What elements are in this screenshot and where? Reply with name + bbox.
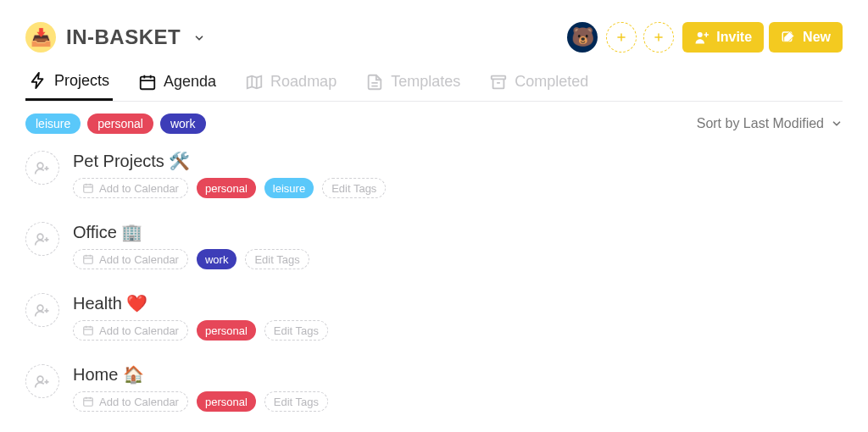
tab-label: Templates: [391, 73, 460, 91]
new-button[interactable]: New: [769, 22, 843, 53]
add-user-icon: [34, 159, 51, 176]
add-to-calendar-label: Add to Calendar: [99, 396, 179, 408]
assign-user-button[interactable]: [25, 293, 59, 327]
add-to-calendar-button[interactable]: Add to Calendar: [73, 249, 188, 269]
add-collaborator-2-button[interactable]: [643, 22, 674, 53]
edit-tags-button[interactable]: Edit Tags: [264, 320, 328, 341]
workspace-icon[interactable]: 📥: [25, 22, 56, 53]
svg-point-0: [698, 32, 703, 37]
user-avatar[interactable]: 🐻: [567, 22, 598, 53]
invite-button-label: Invite: [716, 30, 752, 45]
svg-rect-11: [84, 398, 93, 406]
assign-user-button[interactable]: [25, 364, 59, 398]
assign-user-button[interactable]: [25, 222, 59, 256]
project-body: Pet Projects 🛠️Add to Calendarpersonalle…: [73, 151, 843, 198]
add-to-calendar-label: Add to Calendar: [99, 324, 179, 337]
calendar-icon: [82, 324, 94, 336]
svg-rect-3: [492, 75, 506, 79]
project-item: Pet Projects 🛠️Add to Calendarpersonalle…: [25, 151, 843, 198]
project-meta: Add to CalendarpersonalleisureEdit Tags: [73, 178, 843, 198]
tab-label: Agenda: [164, 73, 216, 91]
chevron-down-icon: [193, 32, 205, 47]
lightning-icon: [29, 71, 47, 90]
add-user-icon: [34, 302, 51, 318]
tab-roadmap[interactable]: Roadmap: [242, 63, 340, 101]
project-meta: Add to CalendarpersonalEdit Tags: [73, 320, 843, 341]
project-meta: Add to CalendarpersonalEdit Tags: [73, 391, 843, 412]
add-to-calendar-button[interactable]: Add to Calendar: [73, 178, 188, 198]
svg-rect-9: [84, 327, 93, 335]
project-tag-personal[interactable]: personal: [197, 391, 256, 412]
workspace-title-text: IN-BASKET: [66, 25, 181, 48]
svg-point-8: [37, 305, 43, 311]
filter-tag-work[interactable]: work: [160, 114, 206, 134]
new-button-label: New: [803, 30, 831, 45]
assign-user-button[interactable]: [25, 151, 59, 185]
tab-templates[interactable]: Templates: [362, 63, 464, 101]
project-meta: Add to CalendarworkEdit Tags: [73, 249, 843, 269]
calendar-icon: [82, 396, 94, 407]
project-body: Home 🏠Add to CalendarpersonalEdit Tags: [73, 364, 843, 412]
tab-label: Projects: [54, 72, 109, 90]
edit-tags-button[interactable]: Edit Tags: [264, 391, 328, 412]
calendar-icon: [82, 253, 94, 265]
project-body: Health ❤️Add to CalendarpersonalEdit Tag…: [73, 293, 843, 341]
filter-tag-personal[interactable]: personal: [87, 114, 153, 134]
project-item: Home 🏠Add to CalendarpersonalEdit Tags: [25, 364, 843, 412]
project-item: Health ❤️Add to CalendarpersonalEdit Tag…: [25, 293, 843, 341]
project-body: Office 🏢Add to CalendarworkEdit Tags: [73, 222, 843, 269]
header: 📥 IN-BASKET 🐻 Invite N: [25, 17, 843, 58]
sort-button[interactable]: Sort by Last Modified: [697, 116, 843, 131]
map-icon: [245, 73, 264, 91]
add-user-icon: [694, 30, 709, 45]
filter-row: leisure personal work Sort by Last Modif…: [25, 114, 843, 134]
edit-tags-button[interactable]: Edit Tags: [322, 178, 386, 198]
svg-rect-2: [141, 76, 155, 89]
add-to-calendar-button[interactable]: Add to Calendar: [73, 391, 188, 412]
project-tag-personal[interactable]: personal: [197, 320, 256, 341]
invite-button[interactable]: Invite: [682, 22, 764, 53]
add-collaborator-1-button[interactable]: [606, 22, 637, 53]
compose-icon: [781, 30, 796, 45]
workspace-emoji: 📥: [31, 27, 52, 47]
archive-icon: [489, 73, 508, 91]
add-user-icon: [34, 373, 51, 390]
svg-point-4: [37, 163, 43, 169]
calendar-icon: [82, 182, 94, 194]
filter-tag-leisure[interactable]: leisure: [25, 114, 81, 134]
svg-point-6: [37, 234, 43, 240]
tab-projects[interactable]: Projects: [25, 63, 113, 101]
project-tag-leisure[interactable]: leisure: [264, 178, 314, 198]
project-item: Office 🏢Add to CalendarworkEdit Tags: [25, 222, 843, 269]
chevron-down-icon: [831, 118, 843, 130]
tab-label: Roadmap: [270, 73, 337, 91]
tab-label: Completed: [515, 73, 588, 91]
add-to-calendar-label: Add to Calendar: [99, 253, 179, 266]
tab-agenda[interactable]: Agenda: [135, 63, 220, 101]
svg-point-10: [37, 376, 43, 382]
svg-rect-7: [84, 256, 93, 263]
project-tag-work[interactable]: work: [197, 249, 236, 269]
tab-completed[interactable]: Completed: [486, 63, 592, 101]
project-title[interactable]: Health ❤️: [73, 293, 843, 313]
project-tag-personal[interactable]: personal: [197, 178, 256, 198]
add-user-icon: [34, 230, 51, 247]
add-to-calendar-button[interactable]: Add to Calendar: [73, 320, 188, 341]
calendar-icon: [138, 73, 157, 91]
sort-label: Sort by Last Modified: [697, 116, 824, 131]
workspace-title[interactable]: IN-BASKET: [66, 25, 205, 49]
bear-icon: 🐻: [571, 26, 594, 48]
document-icon: [365, 73, 384, 91]
project-title[interactable]: Pet Projects 🛠️: [73, 151, 843, 171]
project-list: Pet Projects 🛠️Add to Calendarpersonalle…: [25, 151, 843, 412]
project-title[interactable]: Home 🏠: [73, 364, 843, 385]
tabs-bar: Projects Agenda Roadmap Templates Comple: [25, 63, 843, 102]
edit-tags-button[interactable]: Edit Tags: [245, 249, 309, 269]
svg-rect-5: [84, 185, 93, 192]
add-to-calendar-label: Add to Calendar: [99, 182, 179, 195]
project-title[interactable]: Office 🏢: [73, 222, 843, 242]
